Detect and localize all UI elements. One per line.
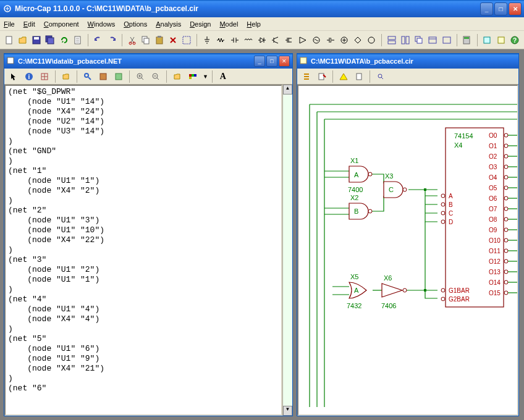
maximize-button[interactable]: □ bbox=[494, 2, 507, 15]
tag-button[interactable] bbox=[112, 70, 125, 83]
netlist-titlebar[interactable]: C:\MC11W\data\b_pcbaccel.NET _ □ ✕ bbox=[4, 54, 292, 69]
cap2-icon[interactable] bbox=[325, 33, 336, 47]
svg-rect-3 bbox=[34, 37, 39, 40]
svg-rect-31 bbox=[7, 57, 14, 64]
netlist-minimize-button[interactable]: _ bbox=[254, 56, 265, 67]
file-icon bbox=[7, 57, 15, 65]
warning-button[interactable] bbox=[337, 70, 350, 83]
menu-options[interactable]: Options bbox=[124, 20, 147, 28]
svg-point-95 bbox=[504, 228, 508, 232]
svg-point-65 bbox=[441, 288, 445, 292]
inductor-icon[interactable] bbox=[243, 33, 254, 47]
netlist-maximize-button[interactable]: □ bbox=[266, 56, 277, 67]
copy-button[interactable] bbox=[140, 33, 151, 47]
select-mode-button[interactable] bbox=[7, 70, 20, 83]
svg-text:O8: O8 bbox=[489, 216, 497, 223]
help-button[interactable]: ? bbox=[509, 33, 520, 47]
list-button[interactable] bbox=[300, 70, 313, 83]
page-button[interactable] bbox=[72, 33, 83, 47]
vsource-icon[interactable] bbox=[366, 33, 377, 47]
tile-h-button[interactable] bbox=[386, 33, 397, 47]
resistor-icon[interactable] bbox=[215, 33, 226, 47]
transistor-icon[interactable] bbox=[270, 33, 281, 47]
svg-rect-26 bbox=[464, 37, 469, 39]
save-button[interactable] bbox=[31, 33, 42, 47]
tool2-button[interactable] bbox=[496, 33, 507, 47]
text-button[interactable]: A bbox=[216, 70, 230, 83]
schematic-title: C:\MC11W\DATA\b_pcbaccel.cir bbox=[311, 57, 516, 65]
save-all-button[interactable] bbox=[44, 33, 56, 47]
capacitor-icon[interactable] bbox=[229, 33, 240, 47]
menu-design[interactable]: Design bbox=[190, 20, 211, 28]
palette-button[interactable] bbox=[186, 70, 200, 83]
isource-icon[interactable] bbox=[352, 33, 363, 47]
svg-rect-40 bbox=[189, 74, 192, 77]
find-button[interactable] bbox=[81, 70, 95, 83]
netlist-close-button[interactable]: ✕ bbox=[279, 56, 290, 67]
svg-rect-37 bbox=[116, 74, 122, 80]
menu-windows[interactable]: Windows bbox=[88, 20, 116, 28]
svg-point-77 bbox=[504, 165, 508, 169]
edit-button[interactable] bbox=[315, 70, 329, 83]
schematic-canvas[interactable]: X1 A 7400 X2 B X3 C bbox=[297, 85, 518, 416]
open-button[interactable] bbox=[17, 33, 28, 47]
redo-button[interactable] bbox=[106, 33, 117, 47]
close-button[interactable]: ✕ bbox=[509, 2, 522, 15]
menu-analysis[interactable]: Analysis bbox=[156, 20, 181, 28]
grid-button[interactable] bbox=[38, 70, 51, 83]
netlist-scrollbar[interactable]: ▲ ▼ bbox=[282, 85, 292, 416]
menu-model[interactable]: Model bbox=[219, 20, 238, 28]
menu-edit[interactable]: Edit bbox=[23, 20, 35, 28]
paste-button[interactable] bbox=[154, 33, 165, 47]
open2-button[interactable] bbox=[59, 70, 73, 83]
menu-help[interactable]: Help bbox=[247, 20, 261, 28]
scroll-down-icon[interactable]: ▼ bbox=[283, 406, 292, 416]
svg-text:G2BAR: G2BAR bbox=[449, 296, 470, 303]
schematic-titlebar[interactable]: C:\MC11W\DATA\b_pcbaccel.cir bbox=[297, 54, 518, 69]
win2-button[interactable] bbox=[441, 33, 452, 47]
zoom-out-button[interactable] bbox=[149, 70, 163, 83]
delete-button[interactable] bbox=[167, 33, 179, 47]
menu-component[interactable]: Component bbox=[44, 20, 79, 28]
svg-rect-5 bbox=[48, 38, 54, 44]
select-all-button[interactable] bbox=[181, 33, 192, 47]
svg-text:G1BAR: G1BAR bbox=[449, 287, 470, 294]
minimize-button[interactable]: _ bbox=[480, 2, 493, 15]
calc-button[interactable] bbox=[461, 33, 472, 47]
gate-x5-name: X5 bbox=[350, 273, 358, 280]
cut-button[interactable] bbox=[127, 33, 138, 47]
svg-point-52 bbox=[403, 188, 407, 191]
gate-x2-name: X2 bbox=[350, 194, 358, 201]
explore-button[interactable] bbox=[374, 70, 387, 83]
doc-button[interactable] bbox=[352, 70, 366, 83]
undo-button[interactable] bbox=[93, 33, 104, 47]
zoom-in-button[interactable] bbox=[133, 70, 147, 83]
tile-v-button[interactable] bbox=[400, 33, 411, 47]
svg-text:O3: O3 bbox=[489, 164, 497, 170]
svg-text:O5: O5 bbox=[489, 185, 497, 191]
folder-button[interactable] bbox=[171, 70, 184, 83]
svg-rect-24 bbox=[443, 37, 450, 43]
new-button[interactable] bbox=[4, 33, 15, 47]
menu-file[interactable]: File bbox=[4, 20, 15, 28]
dropdown-arrow-icon[interactable]: ▼ bbox=[203, 74, 208, 80]
refresh-button[interactable] bbox=[59, 33, 70, 47]
win-button[interactable] bbox=[427, 33, 438, 47]
scroll-up-icon[interactable]: ▲ bbox=[283, 85, 292, 94]
tool1-button[interactable] bbox=[481, 33, 492, 47]
netlist-textarea[interactable]: (net "$G_DPWR" (node "U1" "14") (node "X… bbox=[4, 85, 282, 416]
diode-icon[interactable] bbox=[256, 33, 268, 47]
battery-icon[interactable] bbox=[339, 33, 350, 47]
svg-rect-20 bbox=[406, 36, 409, 44]
source-icon[interactable] bbox=[311, 33, 322, 47]
cascade-button[interactable] bbox=[413, 33, 425, 47]
ground-icon[interactable] bbox=[201, 33, 213, 47]
book-button[interactable] bbox=[96, 70, 110, 83]
svg-text:C: C bbox=[449, 210, 453, 217]
opamp-icon[interactable] bbox=[297, 33, 308, 47]
main-titlebar: Micro-Cap 11.0.0.0 - C:\MC11W\DATA\b_pcb… bbox=[0, 0, 524, 17]
mosfet-icon[interactable] bbox=[284, 33, 295, 47]
info-button[interactable]: i bbox=[22, 70, 36, 83]
svg-point-16 bbox=[368, 37, 374, 43]
svg-text:O7: O7 bbox=[489, 206, 497, 212]
